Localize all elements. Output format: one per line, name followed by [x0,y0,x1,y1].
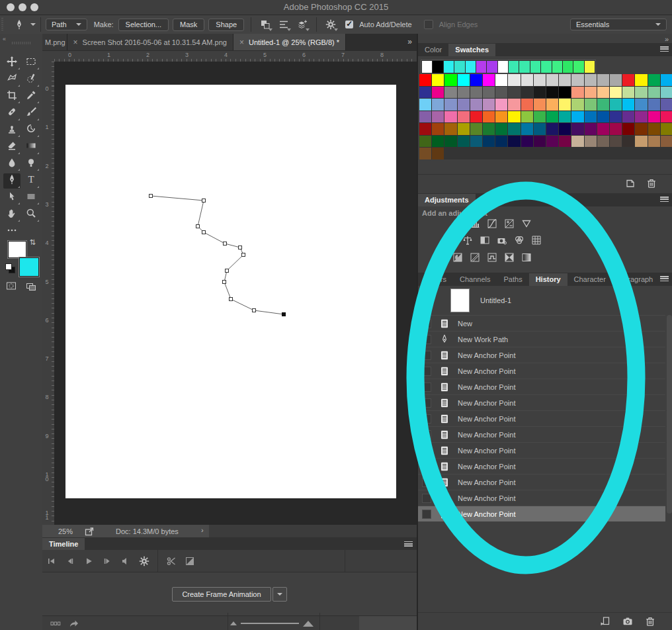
swatch[interactable] [432,99,444,111]
close-tab-icon[interactable]: × [73,38,78,47]
curves-adjustment-button[interactable] [486,218,498,229]
swatch[interactable] [610,111,622,123]
delete-swatch-icon[interactable] [646,177,657,189]
zoom-tool[interactable] [22,207,40,222]
swatch[interactable] [419,136,431,148]
history-snapshot-row[interactable]: Untitled-1 [418,287,672,314]
swatch[interactable] [559,123,571,135]
swatch[interactable] [521,136,533,148]
swatch[interactable] [559,136,571,148]
swatch[interactable] [534,111,546,123]
zoom-level-field[interactable]: 25% [58,527,73,535]
swatch[interactable] [458,111,470,123]
swatch[interactable] [458,99,470,111]
tab-layers[interactable]: Layers [418,273,453,286]
move-tool[interactable] [3,55,21,70]
swatch[interactable] [559,99,571,111]
swatch[interactable] [432,123,444,135]
swatch[interactable] [648,87,660,99]
brightness-contrast-adjustment-button[interactable] [452,218,464,229]
swatch[interactable] [444,123,456,135]
black-white-adjustment-button[interactable] [479,234,491,246]
new-snapshot-icon[interactable] [622,616,634,627]
swatch[interactable] [521,111,533,123]
swatch[interactable] [622,136,634,148]
recent-swatch[interactable] [585,61,595,73]
rectangular-marquee-tool[interactable] [22,55,40,70]
swatch[interactable] [508,87,520,99]
swatch[interactable] [470,74,482,86]
eraser-tool[interactable] [3,140,21,155]
history-entry[interactable]: New Anchor Point [418,458,665,474]
history-source-well[interactable] [422,367,431,376]
foreground-color-swatch[interactable] [8,241,26,258]
swatch[interactable] [470,136,482,148]
swatch[interactable] [585,123,597,135]
swatch[interactable] [622,99,634,111]
type-tool[interactable]: T [22,173,40,189]
history-brush-source-icon[interactable] [422,294,434,306]
swatch[interactable] [546,87,558,99]
hue-saturation-adjustment-button[interactable] [444,234,456,246]
photo-filter-adjustment-button[interactable] [496,234,508,246]
swatch[interactable] [521,123,533,135]
tool-preset-picker[interactable] [10,17,36,32]
swatch[interactable] [432,87,444,99]
lasso-tool[interactable] [3,72,21,87]
swatch[interactable] [546,136,558,148]
swatch[interactable] [597,136,609,148]
swatch[interactable] [419,148,431,159]
history-entry[interactable]: New [418,315,665,331]
swatch[interactable] [648,136,660,148]
collapse-panels-button[interactable]: » [665,35,668,43]
swatch[interactable] [597,99,609,111]
transition-button[interactable] [182,555,198,568]
swatch[interactable] [661,123,672,135]
tab-paths[interactable]: Paths [497,273,529,286]
recent-swatch[interactable] [530,61,540,73]
history-entry[interactable]: New Anchor Point [418,506,665,521]
delete-state-icon[interactable] [644,616,656,627]
history-entry[interactable]: New Anchor Point [418,426,665,442]
screen-mode-button[interactable] [24,280,38,292]
history-source-well[interactable] [422,351,431,360]
swatch[interactable] [419,111,431,123]
swatch[interactable] [470,123,482,135]
swatch[interactable] [597,74,609,86]
swatch[interactable] [622,74,634,86]
history-source-well[interactable] [422,494,431,503]
swatch[interactable] [432,111,444,123]
swatches-menu-icon[interactable] [660,46,669,52]
swatch[interactable] [458,136,470,148]
blur-tool[interactable] [3,156,21,171]
swatch[interactable] [635,74,647,86]
next-frame-button[interactable] [99,555,115,568]
swatch[interactable] [444,111,456,123]
zoom-out-icon[interactable] [230,621,237,625]
swatch[interactable] [661,99,672,111]
swatch[interactable] [597,87,609,99]
collapse-toolbar-button[interactable]: « [3,36,7,42]
swatch[interactable] [661,74,672,86]
timeline-menu-icon[interactable] [404,541,413,547]
gradient-map-adjustment-button[interactable] [503,251,515,263]
dodge-tool[interactable] [22,156,40,171]
recent-swatch[interactable] [498,61,508,73]
swatch[interactable] [661,136,672,148]
swatch[interactable] [585,136,597,148]
share-icon[interactable] [82,524,97,539]
swatch[interactable] [495,123,507,135]
history-scrollbar[interactable] [667,315,672,514]
swatch[interactable] [610,136,622,148]
swatch[interactable] [444,87,456,99]
audio-button[interactable] [118,555,134,568]
swatch[interactable] [483,123,495,135]
play-button[interactable] [81,555,97,568]
path-alignment-button[interactable] [276,17,291,32]
spot-healing-tool[interactable] [3,106,21,121]
gear-button[interactable] [136,555,152,568]
gear-button[interactable] [323,17,338,32]
swatch[interactable] [444,74,456,86]
swatch[interactable] [534,99,546,111]
path-selection-tool[interactable] [3,190,21,205]
